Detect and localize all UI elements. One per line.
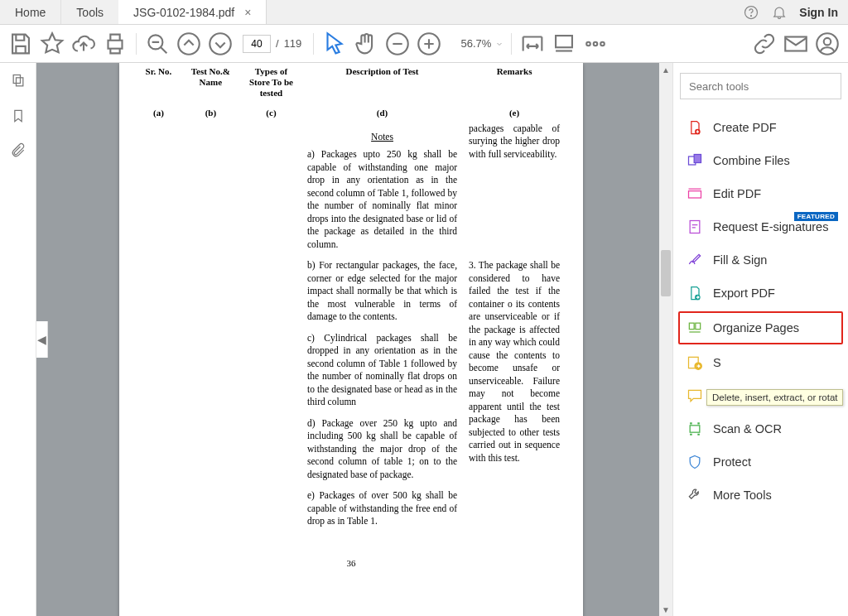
tab-bar: Home Tools JSG-0102-1984.pdf × Sign In	[0, 0, 848, 25]
para-d: d) Package over 250 kg upto and includin…	[302, 414, 462, 485]
more-icon[interactable]	[581, 30, 610, 58]
tool-label: More Tools	[713, 488, 772, 502]
remarks-top: packages capable of surying the higher d…	[464, 119, 565, 255]
zoom-out-find-icon[interactable]	[143, 30, 171, 58]
notes-heading: Notes	[307, 123, 457, 149]
tool-label: Export PDF	[713, 286, 775, 300]
scan-ocr-icon	[687, 421, 703, 437]
col-header: Description of Test	[302, 65, 462, 101]
para-b: b) For rectangular packages, the face, c…	[302, 256, 462, 327]
svg-rect-12	[785, 36, 807, 51]
search-tools-input[interactable]	[680, 73, 841, 99]
star-icon[interactable]	[38, 30, 66, 58]
fit-width-icon[interactable]	[518, 30, 547, 58]
remarks-long: 3. The package shall be considered to ha…	[464, 256, 565, 532]
svg-rect-2	[108, 40, 123, 48]
bookmark-icon[interactable]	[10, 108, 26, 124]
para-a: a) Packages upto 250 kg shall be capable…	[307, 148, 457, 251]
zoom-in-icon[interactable]	[415, 30, 443, 58]
svg-point-4	[178, 33, 200, 55]
tool-scan-ocr[interactable]: Scan & OCR	[680, 412, 841, 445]
tab-document-label: JSG-0102-1984.pdf	[133, 6, 234, 19]
tool-edit-pdf[interactable]: Edit PDF	[680, 177, 841, 210]
svg-rect-23	[689, 323, 694, 330]
tool-export-pdf[interactable]: Export PDF	[680, 277, 841, 310]
scroll-up-icon[interactable]: ▲	[659, 63, 672, 76]
expand-left-icon[interactable]: ◀	[36, 321, 48, 358]
document-area: ◀ ▶ Sr. No. Test No.& Name Types of Stor…	[36, 63, 672, 616]
selection-arrow-icon[interactable]	[320, 30, 349, 58]
tool-label: Protect	[713, 455, 751, 469]
col-sub: (a)	[137, 103, 180, 118]
tool-label: Create PDF	[713, 121, 777, 134]
tool-label: Fill & Sign	[713, 253, 767, 267]
fill-sign-icon	[687, 252, 703, 268]
tooltip: Delete, insert, extract, or rotat	[706, 389, 843, 406]
svg-point-5	[210, 33, 231, 55]
protect-icon	[687, 454, 703, 470]
close-icon[interactable]: ×	[244, 6, 251, 19]
tool-organize-pages[interactable]: Organize Pages	[678, 311, 843, 344]
scroll-down-icon[interactable]: ▼	[659, 603, 672, 616]
svg-rect-20	[689, 191, 701, 198]
tool-label: Scan & OCR	[713, 422, 782, 436]
page-sep: /	[276, 37, 279, 50]
svg-point-11	[601, 41, 605, 46]
svg-rect-27	[690, 426, 700, 432]
svg-point-1	[751, 15, 752, 16]
edit-pdf-icon	[687, 185, 703, 202]
help-icon[interactable]	[743, 4, 759, 21]
svg-rect-19	[694, 155, 701, 163]
svg-rect-24	[696, 323, 701, 330]
pdf-page: Sr. No. Test No.& Name Types of Store To…	[119, 63, 583, 616]
page-down-icon[interactable]	[206, 30, 234, 58]
tool-more-tools[interactable]: More Tools	[680, 479, 841, 512]
tab-home[interactable]: Home	[0, 0, 61, 24]
tool-request-esignatures[interactable]: FEATURED Request E-signatures	[680, 210, 841, 243]
col-sub: (b)	[181, 103, 240, 118]
tool-fill-sign[interactable]: Fill & Sign	[680, 243, 841, 277]
page-current-input[interactable]	[243, 35, 271, 53]
tool-label: Request E-signatures	[713, 220, 828, 233]
export-pdf-icon	[687, 285, 703, 301]
combine-files-icon	[687, 152, 703, 169]
tool-label: Organize Pages	[713, 321, 799, 334]
tab-document[interactable]: JSG-0102-1984.pdf ×	[118, 0, 267, 24]
cloud-upload-icon[interactable]	[70, 30, 98, 58]
bell-icon[interactable]	[771, 4, 788, 21]
attachment-icon[interactable]	[10, 142, 26, 159]
save-icon[interactable]	[7, 30, 35, 58]
col-sub: (e)	[464, 103, 565, 118]
svg-point-14	[824, 37, 831, 44]
tools-panel: Create PDF Combine Files Edit PDF FEATUR…	[672, 63, 848, 616]
svg-point-9	[587, 41, 591, 46]
scroll-thumb[interactable]	[661, 250, 671, 296]
send-comments-icon	[687, 354, 703, 371]
zoom-dropdown-icon[interactable]	[494, 36, 504, 52]
page-up-icon[interactable]	[175, 30, 203, 58]
tab-tools[interactable]: Tools	[61, 0, 118, 24]
svg-rect-16	[16, 78, 22, 86]
col-sub: (c)	[242, 103, 301, 118]
organize-pages-icon	[687, 320, 703, 336]
para-c: c) Cylindrical packages shall be dropped…	[302, 329, 462, 412]
share-link-icon[interactable]	[750, 30, 778, 58]
tool-combine-files[interactable]: Combine Files	[680, 144, 841, 177]
fit-page-icon[interactable]	[550, 30, 578, 58]
thumbnails-icon[interactable]	[10, 73, 26, 89]
account-icon[interactable]	[813, 30, 841, 58]
svg-rect-21	[690, 221, 700, 233]
zoom-out-icon[interactable]	[383, 30, 412, 58]
col-header: Sr. No.	[137, 65, 180, 101]
hand-pan-icon[interactable]	[352, 30, 380, 58]
vertical-scrollbar[interactable]: ▲ ▼	[659, 63, 672, 616]
sign-in-button[interactable]: Sign In	[799, 6, 838, 19]
print-icon[interactable]	[101, 30, 129, 58]
col-header: Types of Store To be tested	[242, 65, 301, 101]
tool-create-pdf[interactable]: Create PDF	[680, 111, 841, 144]
tool-send-comments[interactable]: S	[680, 346, 841, 379]
col-header: Remarks	[464, 65, 565, 101]
email-icon[interactable]	[782, 30, 810, 58]
tool-label: S	[713, 356, 721, 369]
tool-protect[interactable]: Protect	[680, 445, 841, 479]
